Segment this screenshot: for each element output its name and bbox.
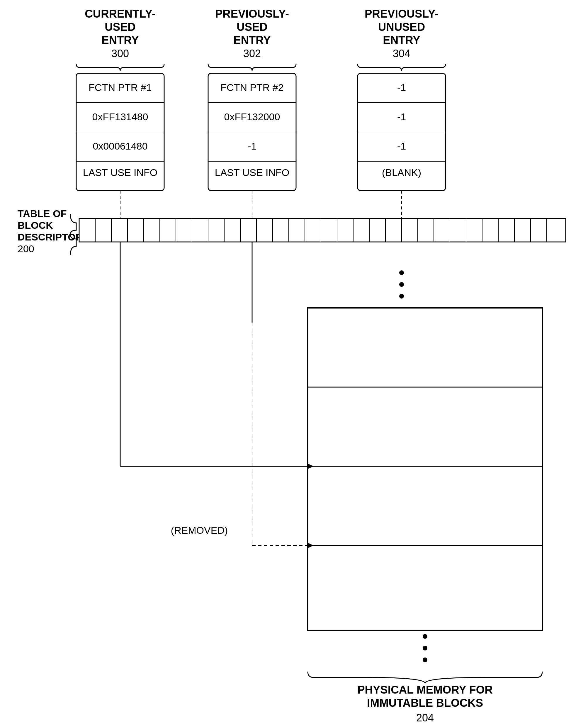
- entry2-row3: -1: [248, 140, 256, 152]
- svg-point-59: [399, 294, 404, 299]
- svg-text:ENTRY: ENTRY: [101, 34, 139, 46]
- entry1-row2: 0xFF131480: [92, 111, 148, 122]
- entry2-label: PREVIOUSLY-: [215, 7, 289, 20]
- entry2-row4: LAST USE INFO: [215, 167, 289, 178]
- svg-text:IMMUTABLE BLOCKS: IMMUTABLE BLOCKS: [367, 697, 483, 709]
- entry3-row4: (BLANK): [382, 167, 421, 178]
- svg-rect-24: [79, 219, 566, 242]
- svg-text:BLOCK: BLOCK: [18, 220, 53, 231]
- svg-text:ENTRY: ENTRY: [383, 34, 420, 46]
- removed-label: (REMOVED): [171, 525, 228, 536]
- svg-text:UNUSED: UNUSED: [378, 21, 425, 33]
- svg-point-64: [423, 634, 427, 639]
- svg-text:300: 300: [111, 47, 129, 60]
- svg-point-57: [399, 270, 404, 275]
- svg-text:304: 304: [393, 47, 411, 60]
- entry1-label: CURRENTLY-: [85, 7, 155, 20]
- svg-text:302: 302: [243, 47, 261, 60]
- svg-text:200: 200: [18, 243, 34, 254]
- memory-label: PHYSICAL MEMORY FOR: [357, 684, 493, 696]
- svg-point-58: [399, 282, 404, 287]
- entry1-row4: LAST USE INFO: [83, 167, 158, 178]
- svg-point-65: [423, 646, 427, 650]
- entry1-row3: 0x00061480: [92, 140, 147, 152]
- entry3-label: PREVIOUSLY-: [365, 7, 439, 20]
- svg-text:DESCRIPTORS: DESCRIPTORS: [18, 231, 89, 243]
- table-label: TABLE OF: [18, 208, 66, 219]
- entry1-row1: FCTN PTR #1: [88, 82, 151, 93]
- entry3-row1: -1: [397, 82, 406, 93]
- entry2-row2: 0xFF132000: [224, 111, 280, 122]
- memory-number: 204: [416, 712, 434, 724]
- diagram: CURRENTLY- USED ENTRY 300 FCTN PTR #1 0x…: [0, 0, 588, 727]
- entry3-row3: -1: [397, 140, 406, 152]
- svg-text:USED: USED: [236, 21, 268, 33]
- svg-point-66: [423, 658, 427, 662]
- svg-text:USED: USED: [105, 21, 136, 33]
- svg-text:ENTRY: ENTRY: [233, 34, 271, 46]
- entry3-row2: -1: [397, 111, 406, 122]
- svg-rect-60: [308, 308, 542, 630]
- entry2-row1: FCTN PTR #2: [220, 82, 284, 93]
